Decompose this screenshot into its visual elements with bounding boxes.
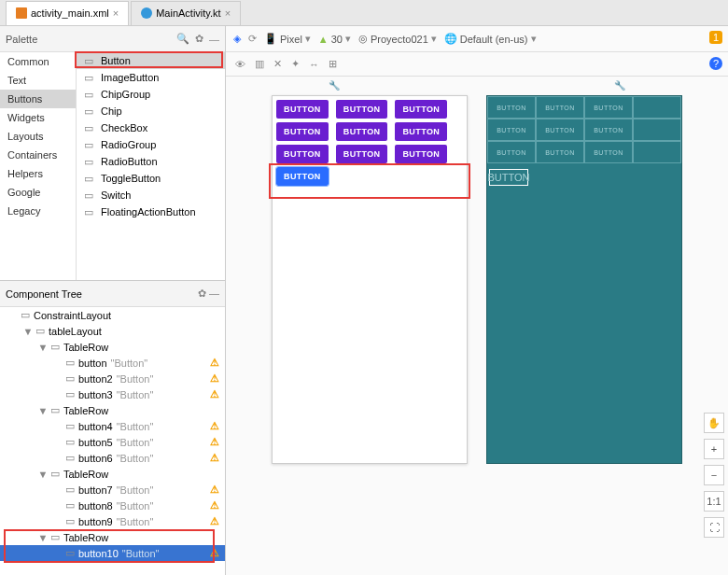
tree-node-button2[interactable]: ▭button2"Button"⚠ — [0, 371, 225, 386]
palette-category-layouts[interactable]: Layouts — [0, 127, 76, 146]
warning-icon[interactable]: ⚠ — [210, 436, 219, 448]
close-icon[interactable]: × — [113, 7, 119, 19]
palette-item-radiogroup[interactable]: ▭RadioGroup — [77, 136, 225, 153]
design-button[interactable]: BUTTON — [336, 122, 388, 141]
api-selector[interactable]: ▲ 30 ▾ — [318, 33, 351, 45]
palette-item-floatingactionbutton[interactable]: ▭FloatingActionButton — [77, 203, 225, 220]
palette-category-common[interactable]: Common — [0, 52, 76, 71]
palette-item-chipgroup[interactable]: ▭ChipGroup — [77, 86, 225, 103]
blueprint-selected-button[interactable]: BUTTON — [489, 169, 528, 186]
search-icon[interactable]: 🔍 — [176, 33, 189, 45]
palette-item-checkbox[interactable]: ▭CheckBox — [77, 119, 225, 136]
design-button[interactable]: BUTTON — [276, 100, 329, 119]
close-icon[interactable]: × — [225, 7, 231, 19]
canvas-area[interactable]: 🔧 🔧 BUTTONBUTTONBUTTONBUTTONBUTTONBUTTON… — [226, 77, 728, 575]
minimize-icon[interactable]: — — [209, 288, 219, 299]
tree-node-constraintlayout[interactable]: ▭ConstraintLayout — [0, 307, 225, 323]
tree-node-button8[interactable]: ▭button8"Button"⚠ — [0, 498, 225, 513]
clear-constraints-icon[interactable]: ✕ — [273, 58, 282, 70]
palette-item-chip[interactable]: ▭Chip — [77, 103, 225, 119]
design-preview[interactable]: BUTTONBUTTONBUTTONBUTTONBUTTONBUTTONBUTT… — [272, 95, 468, 556]
design-button[interactable]: BUTTON — [336, 100, 388, 119]
expand-arrow[interactable]: ▼ — [37, 532, 49, 543]
warning-icon[interactable]: ⚠ — [210, 372, 219, 385]
blueprint-button[interactable] — [633, 96, 681, 119]
zoom-fit[interactable]: 1:1 — [704, 491, 724, 512]
palette-item-switch[interactable]: ▭Switch — [77, 187, 225, 203]
expand-arrow[interactable]: ▼ — [37, 469, 49, 480]
tree-node-button3[interactable]: ▭button3"Button"⚠ — [0, 386, 225, 402]
project-selector[interactable]: ◎ Proyecto021 ▾ — [358, 33, 437, 45]
tree-node-button6[interactable]: ▭button6"Button"⚠ — [0, 450, 225, 466]
blueprint-button[interactable] — [633, 119, 681, 141]
blueprint-button[interactable]: BUTTON — [487, 96, 536, 119]
design-button[interactable]: BUTTON — [395, 122, 447, 141]
tree-node-tablelayout[interactable]: ▼▭tableLayout — [0, 323, 225, 339]
tree-node-button7[interactable]: ▭button7"Button"⚠ — [0, 482, 225, 498]
palette-category-legacy[interactable]: Legacy — [0, 202, 76, 220]
palette-category-google[interactable]: Google — [0, 183, 76, 202]
design-button[interactable]: BUTTON — [336, 145, 388, 163]
tree-node-button4[interactable]: ▭button4"Button"⚠ — [0, 418, 225, 434]
palette-item-button[interactable]: ▭Button — [77, 52, 225, 69]
info-badge[interactable]: ? — [709, 57, 722, 70]
component-tree[interactable]: ▭ConstraintLayout▼▭tableLayout▼▭TableRow… — [0, 307, 225, 575]
warning-icon[interactable]: ⚠ — [210, 515, 219, 527]
tree-node-tablerow[interactable]: ▼▭TableRow — [0, 402, 225, 418]
blueprint-surface[interactable]: BUTTON BUTTONBUTTONBUTTONBUTTONBUTTONBUT… — [486, 95, 682, 464]
tree-node-tablerow[interactable]: ▼▭TableRow — [0, 466, 225, 482]
orientation-icon[interactable]: ⟳ — [248, 33, 257, 45]
tree-node-button[interactable]: ▭button"Button"⚠ — [0, 355, 225, 371]
pan-tool[interactable]: ✋ — [704, 413, 724, 433]
gear-icon[interactable]: ✿ — [198, 288, 206, 299]
design-button[interactable]: BUTTON — [395, 145, 447, 163]
blueprint-button[interactable]: BUTTON — [487, 141, 536, 163]
warning-badge[interactable]: 1 — [709, 31, 722, 44]
blueprint-button[interactable]: BUTTON — [584, 96, 633, 119]
tree-node-tablerow[interactable]: ▼▭TableRow — [0, 339, 225, 355]
palette-item-radiobutton[interactable]: ▭RadioButton — [77, 153, 225, 170]
expand-arrow[interactable]: ▼ — [22, 326, 34, 337]
blueprint-preview[interactable]: BUTTON BUTTONBUTTONBUTTONBUTTONBUTTONBUT… — [486, 95, 682, 556]
locale-selector[interactable]: 🌐 Default (en-us) ▾ — [444, 33, 537, 45]
warning-icon[interactable]: ⚠ — [210, 420, 219, 432]
warning-icon[interactable]: ⚠ — [210, 388, 219, 400]
zoom-in[interactable]: + — [704, 439, 724, 459]
design-surface[interactable]: BUTTONBUTTONBUTTONBUTTONBUTTONBUTTONBUTT… — [272, 95, 468, 464]
infer-icon[interactable]: ✦ — [291, 58, 300, 70]
design-button[interactable]: BUTTON — [395, 100, 447, 119]
design-button[interactable]: BUTTON — [276, 122, 329, 141]
palette-category-helpers[interactable]: Helpers — [0, 164, 76, 183]
tree-node-tablerow[interactable]: ▼▭TableRow — [0, 529, 225, 545]
blueprint-button[interactable]: BUTTON — [536, 141, 584, 163]
layers-icon[interactable]: ◈ — [233, 33, 241, 45]
zoom-out[interactable]: − — [704, 465, 724, 485]
palette-category-text[interactable]: Text — [0, 71, 76, 90]
warning-icon[interactable]: ⚠ — [210, 499, 219, 512]
eye-icon[interactable]: 👁 — [235, 59, 245, 70]
blueprint-button[interactable]: BUTTON — [536, 96, 584, 119]
blueprint-button[interactable]: BUTTON — [584, 119, 633, 141]
palette-item-togglebutton[interactable]: ▭ToggleButton — [77, 170, 225, 187]
tree-node-button10[interactable]: ▭button10"Button"⚠ — [0, 545, 225, 561]
warning-icon[interactable]: ⚠ — [210, 357, 219, 369]
blueprint-button[interactable]: BUTTON — [536, 119, 584, 141]
palette-item-imagebutton[interactable]: ▭ImageButton — [77, 69, 225, 86]
design-button[interactable]: BUTTON — [276, 145, 329, 163]
blueprint-button[interactable] — [633, 141, 681, 163]
zoom-expand[interactable]: ⛶ — [704, 517, 724, 538]
tree-node-button9[interactable]: ▭button9"Button"⚠ — [0, 513, 225, 529]
margin-icon[interactable]: ↔ — [309, 59, 319, 70]
expand-arrow[interactable]: ▼ — [37, 342, 49, 353]
blueprint-button[interactable]: BUTTON — [584, 141, 633, 163]
palette-category-containers[interactable]: Containers — [0, 146, 76, 164]
expand-arrow[interactable]: ▼ — [37, 405, 49, 416]
tree-node-button5[interactable]: ▭button5"Button"⚠ — [0, 434, 225, 450]
autoconnect-icon[interactable]: ▥ — [255, 58, 264, 70]
warning-icon[interactable]: ⚠ — [210, 452, 219, 464]
tab-activity-main[interactable]: activity_main.xml × — [6, 1, 129, 25]
guideline-icon[interactable]: ⊞ — [329, 58, 337, 70]
warning-icon[interactable]: ⚠ — [210, 484, 219, 496]
palette-category-buttons[interactable]: Buttons — [0, 90, 76, 108]
design-button-selected[interactable]: BUTTON — [276, 167, 329, 186]
